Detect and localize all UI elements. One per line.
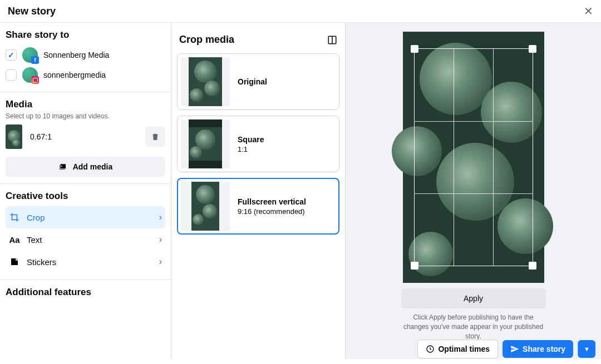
creative-tools-section: Creative tools Crop › Aa Text › Stickers… xyxy=(0,184,171,280)
share-story-dropdown[interactable]: ▼ xyxy=(578,340,595,358)
crop-option-original[interactable]: Original xyxy=(177,53,339,110)
close-icon: ✕ xyxy=(584,5,593,17)
account-checkbox[interactable] xyxy=(6,69,17,81)
tools-title: Creative tools xyxy=(6,191,165,202)
tool-label: Crop xyxy=(27,213,152,222)
avatar: f xyxy=(22,47,38,63)
media-title: Media xyxy=(6,99,165,110)
crop-handle[interactable] xyxy=(529,45,536,53)
crop-option-square[interactable]: Square 1:1 xyxy=(177,116,339,172)
optimal-times-button[interactable]: Optimal times xyxy=(417,340,498,358)
avatar xyxy=(22,67,38,83)
footer-actions: Optimal times Share story ▼ xyxy=(417,340,595,358)
media-section: Media Select up to 10 images and videos.… xyxy=(0,92,171,184)
text-icon: Aa xyxy=(9,234,20,245)
crop-thumb xyxy=(181,182,230,231)
media-item[interactable]: 0.67:1 xyxy=(6,124,165,149)
delete-media-button[interactable] xyxy=(145,127,165,147)
crop-handle[interactable] xyxy=(529,262,536,270)
crop-icon xyxy=(9,212,20,223)
crop-option-fullscreen-vertical[interactable]: Fullscreen vertical 9:16 (recommended) xyxy=(177,178,339,235)
media-subtitle: Select up to 10 images and videos. xyxy=(6,112,165,120)
facebook-badge-icon: f xyxy=(31,56,39,64)
account-checkbox[interactable] xyxy=(6,49,17,61)
story-preview[interactable] xyxy=(403,32,544,283)
chevron-right-icon: › xyxy=(159,235,162,245)
apply-button[interactable]: Apply xyxy=(401,288,546,308)
apply-hint: Click Apply before publishing to have th… xyxy=(401,313,546,341)
account-row[interactable]: sonnenbergmedia xyxy=(6,65,165,85)
crop-thumb xyxy=(181,119,230,168)
clock-icon xyxy=(426,345,435,353)
left-sidebar: Share story to f Sonnenberg Media sonnen… xyxy=(0,23,171,359)
chevron-right-icon: › xyxy=(159,212,162,222)
additional-title: Additional features xyxy=(6,287,165,298)
tool-label: Stickers xyxy=(27,257,152,267)
media-thumbnail[interactable] xyxy=(6,124,22,149)
crop-option-ratio: 9:16 (recommended) xyxy=(238,207,306,216)
instagram-badge-icon xyxy=(31,76,39,84)
share-title: Share story to xyxy=(6,29,165,41)
preview-panel: Apply Click Apply before publishing to h… xyxy=(346,23,601,359)
optimal-times-label: Optimal times xyxy=(438,345,490,353)
crop-handle[interactable] xyxy=(411,262,418,270)
crop-thumb xyxy=(181,57,230,106)
grid-line xyxy=(493,49,494,266)
crop-handle[interactable] xyxy=(411,45,418,53)
grid-line xyxy=(415,193,533,194)
share-story-button[interactable]: Share story xyxy=(503,340,573,358)
crop-option-name: Square xyxy=(238,135,264,144)
sticker-icon xyxy=(9,256,20,267)
tool-crop[interactable]: Crop › xyxy=(6,206,165,228)
tool-text[interactable]: Aa Text › xyxy=(6,228,165,251)
account-row[interactable]: f Sonnenberg Media xyxy=(6,45,165,65)
aspect-icon[interactable] xyxy=(327,35,337,45)
chevron-right-icon: › xyxy=(159,257,162,267)
additional-features-section: Additional features xyxy=(0,280,171,309)
crop-option-name: Fullscreen vertical xyxy=(238,197,306,206)
grid-line xyxy=(415,121,533,122)
media-ratio: 0.67:1 xyxy=(30,132,52,141)
crop-box[interactable] xyxy=(414,48,533,266)
grid-line xyxy=(454,49,454,266)
account-name: Sonnenberg Media xyxy=(43,51,109,59)
crop-option-name: Original xyxy=(238,77,267,86)
crop-title: Crop media xyxy=(179,34,234,46)
tool-stickers[interactable]: Stickers › xyxy=(6,251,165,273)
image-icon xyxy=(58,162,68,171)
share-story-label: Share story xyxy=(523,345,565,353)
trash-icon xyxy=(151,132,160,141)
chevron-down-icon: ▼ xyxy=(584,346,590,352)
crop-panel: Crop media Original xyxy=(171,23,346,359)
tool-label: Text xyxy=(27,235,152,245)
add-media-label: Add media xyxy=(73,162,113,171)
share-section: Share story to f Sonnenberg Media sonnen… xyxy=(0,23,171,92)
add-media-button[interactable]: Add media xyxy=(6,157,165,177)
page-title: New story xyxy=(8,6,56,17)
crop-option-ratio: 1:1 xyxy=(238,145,264,153)
close-button[interactable]: ✕ xyxy=(584,4,593,18)
account-name: sonnenbergmedia xyxy=(43,71,106,79)
send-icon xyxy=(510,345,519,353)
